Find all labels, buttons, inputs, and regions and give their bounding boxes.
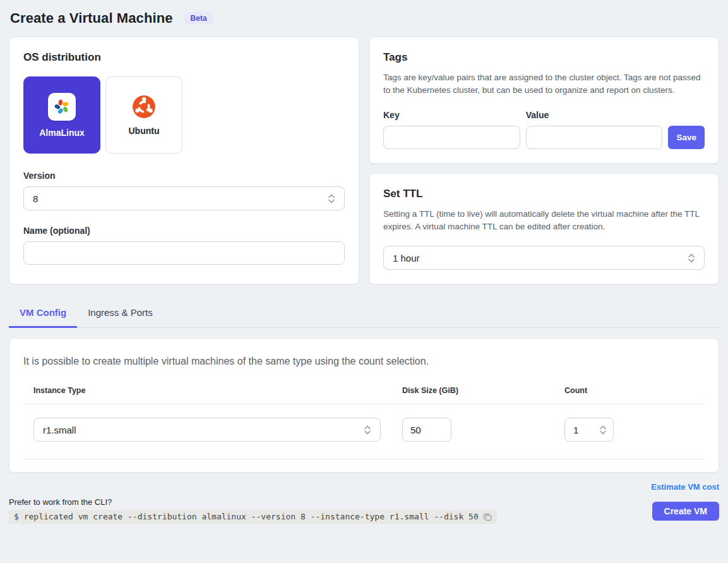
value-input[interactable] bbox=[526, 126, 663, 149]
footer: Estimate VM cost Prefer to work from the… bbox=[9, 482, 719, 524]
chevron-up-down-icon bbox=[687, 253, 696, 263]
ttl-description: Setting a TTL (time to live) will automa… bbox=[383, 208, 705, 233]
vm-config-card: It is possible to create multiple virtua… bbox=[9, 338, 719, 473]
ttl-card-title: Set TTL bbox=[383, 188, 705, 200]
version-select-value: 8 bbox=[33, 193, 38, 204]
os-distribution-card: OS distribution bbox=[9, 37, 359, 284]
table-divider bbox=[23, 459, 705, 459]
top-cards-grid: OS distribution bbox=[9, 37, 719, 284]
count-stepper[interactable]: 1 bbox=[564, 418, 614, 442]
column-count: Count bbox=[554, 386, 705, 404]
save-button[interactable]: Save bbox=[668, 126, 705, 149]
chevron-up-down-icon bbox=[599, 425, 607, 435]
version-select[interactable]: 8 bbox=[23, 186, 345, 210]
column-instance-type: Instance Type bbox=[23, 386, 392, 404]
count-value: 1 bbox=[573, 425, 578, 435]
almalinux-logo-icon bbox=[48, 93, 76, 121]
footer-top: Estimate VM cost bbox=[9, 482, 719, 492]
vm-table: Instance Type Disk Size (GiB) Count r1.s… bbox=[23, 386, 705, 459]
version-field: Version 8 bbox=[23, 171, 345, 210]
column-disk-size: Disk Size (GiB) bbox=[392, 386, 554, 404]
vm-config-intro: It is possible to create multiple virtua… bbox=[23, 356, 705, 367]
chevron-up-down-icon bbox=[363, 425, 372, 435]
ttl-select-value: 1 hour bbox=[393, 253, 420, 263]
ttl-select[interactable]: 1 hour bbox=[383, 246, 705, 270]
vm-table-header: Instance Type Disk Size (GiB) Count bbox=[23, 386, 705, 404]
config-tabs: VM Config Ingress & Ports bbox=[9, 301, 719, 328]
version-label: Version bbox=[23, 171, 345, 181]
ubuntu-logo-icon bbox=[132, 95, 156, 119]
cli-block: Prefer to work from the CLI? $ replicate… bbox=[9, 497, 497, 524]
set-ttl-card: Set TTL Setting a TTL (time to live) wil… bbox=[369, 173, 719, 284]
footer-bottom: Prefer to work from the CLI? $ replicate… bbox=[9, 497, 719, 524]
name-label: Name (optional) bbox=[23, 226, 345, 236]
create-vm-page: Create a Virtual Machine Beta OS distrib… bbox=[0, 0, 728, 540]
tag-value-field: Value bbox=[526, 110, 663, 149]
tag-form: Key Value Save bbox=[383, 110, 705, 149]
key-input[interactable] bbox=[383, 126, 520, 149]
instance-type-cell: r1.small bbox=[23, 418, 392, 442]
value-label: Value bbox=[526, 110, 663, 120]
disk-size-cell bbox=[392, 418, 554, 442]
tags-card: Tags Tags are key/value pairs that are a… bbox=[369, 37, 719, 164]
tags-description: Tags are key/value pairs that are assign… bbox=[383, 71, 705, 97]
disk-size-input[interactable] bbox=[402, 418, 451, 442]
copy-icon[interactable] bbox=[483, 512, 492, 521]
right-column: Tags Tags are key/value pairs that are a… bbox=[369, 37, 719, 284]
page-title: Create a Virtual Machine bbox=[10, 10, 173, 27]
distribution-tiles: AlmaLinux Ubuntu bbox=[23, 76, 345, 154]
ubuntu-tile-label: Ubuntu bbox=[129, 126, 160, 136]
tag-key-field: Key bbox=[383, 110, 520, 149]
almalinux-tile-label: AlmaLinux bbox=[39, 128, 85, 138]
estimate-vm-cost-link[interactable]: Estimate VM cost bbox=[651, 482, 719, 492]
cli-prompt: Prefer to work from the CLI? bbox=[9, 497, 497, 507]
cli-command-text: $ replicated vm create --distribution al… bbox=[14, 512, 479, 521]
tab-vm-config[interactable]: VM Config bbox=[9, 301, 77, 328]
beta-badge: Beta bbox=[184, 12, 213, 25]
cli-command: $ replicated vm create --distribution al… bbox=[9, 510, 497, 524]
name-field: Name (optional) bbox=[23, 226, 345, 265]
name-input[interactable] bbox=[23, 241, 345, 265]
key-label: Key bbox=[383, 110, 520, 120]
chevron-up-down-icon bbox=[327, 193, 336, 204]
os-card-title: OS distribution bbox=[23, 51, 345, 64]
instance-type-select[interactable]: r1.small bbox=[33, 418, 381, 442]
instance-type-value: r1.small bbox=[43, 425, 76, 435]
tags-card-title: Tags bbox=[383, 51, 705, 64]
create-vm-button[interactable]: Create VM bbox=[652, 502, 719, 521]
tab-ingress-ports[interactable]: Ingress & Ports bbox=[77, 301, 164, 328]
count-cell: 1 bbox=[554, 418, 705, 442]
page-header: Create a Virtual Machine Beta bbox=[9, 9, 719, 37]
almalinux-tile[interactable]: AlmaLinux bbox=[23, 76, 100, 154]
table-row: r1.small 1 bbox=[23, 404, 705, 459]
ubuntu-tile[interactable]: Ubuntu bbox=[105, 76, 182, 154]
